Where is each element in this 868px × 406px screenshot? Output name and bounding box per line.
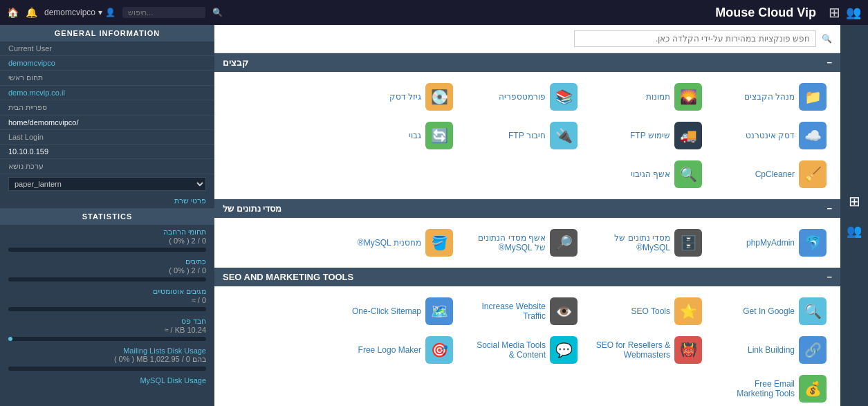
tool-logo-maker[interactable]: 🎯 Free Logo Maker bbox=[337, 331, 461, 369]
favorites-grid: 📁 מנהל הקבצים 🌄 תמונות 📚 פורמטספריה 💽 גי… bbox=[214, 72, 840, 199]
current-user-value[interactable]: demomcvipco bbox=[8, 59, 55, 67]
tool-phpmyadmin-label: phpMyAdmin bbox=[746, 238, 795, 248]
tool-seo-tools[interactable]: ⭐ SEO Tools bbox=[586, 292, 710, 331]
content-search-icon[interactable]: 🔍 bbox=[822, 34, 832, 44]
tool-get-in-google-label: Get In Google bbox=[743, 306, 795, 316]
home-dir-value[interactable]: demo.mcvip.co.il bbox=[8, 89, 65, 97]
mysql-grid: 🐬 phpMyAdmin 🗄️ מסדי נתונים של MySQL® 🔎 … bbox=[214, 218, 840, 268]
content-area: 🔍 − קבצים 📁 מנהל הקבצים 🌄 תמונות 📚 פורמט… bbox=[214, 25, 840, 406]
tool-mysql-db[interactable]: 🗄️ מסדי נתונים של MySQL® bbox=[586, 223, 710, 262]
seo-minus[interactable]: − bbox=[827, 272, 832, 282]
home-icon[interactable]: 🏠 bbox=[7, 7, 19, 18]
tool-manager[interactable]: 📁 מנהל הקבצים bbox=[710, 77, 835, 116]
tool-ftp-conn-label: חיבור FTP bbox=[508, 131, 546, 140]
tool-link-building-label: Link Building bbox=[748, 345, 795, 355]
disk-value: ≈ / KB 10.24 bbox=[0, 326, 214, 335]
current-user-row: Current User bbox=[0, 41, 214, 56]
bell-icon[interactable]: 🔔 bbox=[26, 7, 37, 18]
tool-disk[interactable]: 💽 גיזל דסק bbox=[337, 77, 461, 116]
tool-seo-tools-icon: ⭐ bbox=[674, 297, 702, 325]
grid-right-icon[interactable]: ⊞ bbox=[849, 193, 860, 210]
tool-disk-label: גיזל דסק bbox=[389, 92, 421, 102]
services-link[interactable]: פרטי שרת bbox=[0, 194, 214, 208]
tool-sitemap[interactable]: 🗺️ One-Click Sitemap bbox=[337, 292, 461, 331]
people-right-icon[interactable]: 👥 bbox=[847, 223, 862, 239]
tool-backup[interactable]: 🔄 גבוי bbox=[337, 116, 461, 155]
tool-link-building[interactable]: 🔗 Link Building bbox=[710, 331, 835, 369]
sidebar: GENERAL INFORMATION Current User demomcv… bbox=[0, 25, 214, 406]
mailing-label[interactable]: Mailing Lists Disk Usage bbox=[0, 344, 214, 355]
content-search-bar: 🔍 bbox=[214, 25, 840, 53]
seo-title: SEO AND MARKETING TOOLS bbox=[223, 272, 353, 282]
tool-cpcleaner[interactable]: 🧹 CpCleaner bbox=[710, 155, 835, 194]
tool-seo-tools-label: SEO Tools bbox=[631, 306, 670, 316]
tool-net-disk-icon: ☁️ bbox=[799, 122, 827, 149]
favorites-minus[interactable]: − bbox=[827, 57, 832, 68]
seo-section-header: − SEO AND MARKETING TOOLS bbox=[214, 268, 840, 286]
tool-mysql-remote-icon: 🪣 bbox=[425, 229, 453, 257]
tool-mysql-remote-label: מחסנית MySQL® bbox=[358, 238, 421, 248]
people-icon[interactable]: 👥 bbox=[846, 5, 861, 20]
databases-label[interactable]: כתיבים bbox=[0, 255, 214, 266]
tool-net-disk[interactable]: ☁️ דסק אינטרנט bbox=[710, 116, 835, 155]
tool-sitemap-icon: 🗺️ bbox=[425, 297, 453, 325]
tool-ftp-usage-icon: 🚚 bbox=[674, 122, 702, 149]
search-icon[interactable]: 🔍 bbox=[212, 8, 223, 17]
tool-email-marketing[interactable]: 💰 Free Email Marketing Tools bbox=[710, 369, 835, 406]
autoresponders-value: ≈ / 0 bbox=[0, 296, 214, 306]
nav-right: Mouse Cloud Vip ⊞ 👥 bbox=[715, 4, 861, 21]
favorites-title: קבצים bbox=[223, 57, 248, 68]
grid-icon[interactable]: ⊞ bbox=[829, 4, 840, 21]
tool-backup-wizard-icon: 🔍 bbox=[674, 160, 702, 188]
tool-email-marketing-icon: 💰 bbox=[799, 375, 827, 403]
theme-select[interactable]: paper_lantern bbox=[8, 177, 206, 191]
databases-bar bbox=[0, 277, 214, 284]
home-path-value-row: home/demomcvipco/ bbox=[0, 116, 214, 130]
tool-traffic[interactable]: 👁️ Increase Website Traffic bbox=[461, 292, 586, 331]
tool-mysql-wizard-label: אשף מסדי הנתונים של MySQL® bbox=[470, 233, 546, 252]
autoresponders-bar bbox=[0, 307, 214, 314]
tool-lib-icon: 📚 bbox=[550, 83, 578, 111]
bandwidth-label[interactable]: תחומי הרחבה bbox=[0, 225, 214, 237]
current-user-value-row: demomcvipco bbox=[0, 56, 214, 71]
tool-social-media[interactable]: 💬 Social Media Tools & Content bbox=[461, 331, 586, 369]
home-path-label: ספריית הבית bbox=[8, 103, 47, 112]
tool-seo-resellers[interactable]: 👹 SEO for Resellers & Webmasters bbox=[586, 331, 710, 369]
disk-label[interactable]: חבד פס bbox=[0, 314, 214, 326]
home-path-row: ספריית הבית bbox=[0, 100, 214, 116]
tool-ftp-usage[interactable]: 🚚 שימוש FTP bbox=[586, 116, 710, 155]
tool-phpmyadmin[interactable]: 🐬 phpMyAdmin bbox=[710, 223, 835, 262]
tool-mysql-db-icon: 🗄️ bbox=[674, 229, 702, 257]
tool-disk-icon: 💽 bbox=[425, 83, 453, 111]
mysql-minus[interactable]: − bbox=[827, 203, 832, 214]
tool-backup-wizard[interactable]: 🔍 אשף הגיבוי bbox=[586, 155, 710, 194]
favorites-section-header: − קבצים bbox=[214, 53, 840, 72]
mysql-section-header: − מסדי נתונים של bbox=[214, 199, 840, 218]
tool-backup-label: גבוי bbox=[409, 131, 421, 140]
content-search-input[interactable] bbox=[574, 30, 816, 47]
tool-get-in-google[interactable]: 🔍 Get In Google bbox=[710, 292, 835, 331]
tool-logo-maker-icon: 🎯 bbox=[425, 336, 453, 364]
bandwidth-bar bbox=[0, 248, 214, 255]
main-layout: GENERAL INFORMATION Current User demomcv… bbox=[0, 25, 868, 406]
mysql-label[interactable]: MySQL Disk Usage bbox=[0, 373, 214, 385]
app-title: Mouse Cloud Vip bbox=[715, 6, 816, 20]
home-dir-value-row: demo.mcvip.co.il bbox=[0, 86, 214, 100]
tool-mysql-remote[interactable]: 🪣 מחסנית MySQL® bbox=[337, 223, 461, 262]
tool-traffic-label: Increase Website Traffic bbox=[470, 302, 546, 321]
tool-ftp-conn[interactable]: 🔌 חיבור FTP bbox=[461, 116, 586, 155]
user-dropdown-icon[interactable]: ▾ bbox=[98, 8, 102, 17]
search-input[interactable] bbox=[122, 7, 205, 18]
user-avatar-icon: 👤 bbox=[105, 8, 116, 17]
last-login-row: Last Login bbox=[0, 130, 214, 145]
tool-mysql-wizard[interactable]: 🔎 אשף מסדי הנתונים של MySQL® bbox=[461, 223, 586, 262]
tool-social-media-icon: 💬 bbox=[550, 336, 578, 364]
tool-images[interactable]: 🌄 תמונות bbox=[586, 77, 710, 116]
tool-backup-icon: 🔄 bbox=[425, 122, 453, 149]
user-menu[interactable]: demomcvipco ▾ 👤 bbox=[44, 8, 116, 17]
disk-bar bbox=[0, 337, 214, 344]
tool-images-icon: 🌄 bbox=[674, 83, 702, 111]
autoresponders-label[interactable]: מגיבים אוטומטיים bbox=[0, 284, 214, 296]
tool-lib[interactable]: 📚 פורמטספריה bbox=[461, 77, 586, 116]
tool-seo-resellers-label: SEO for Resellers & Webmasters bbox=[594, 340, 670, 360]
